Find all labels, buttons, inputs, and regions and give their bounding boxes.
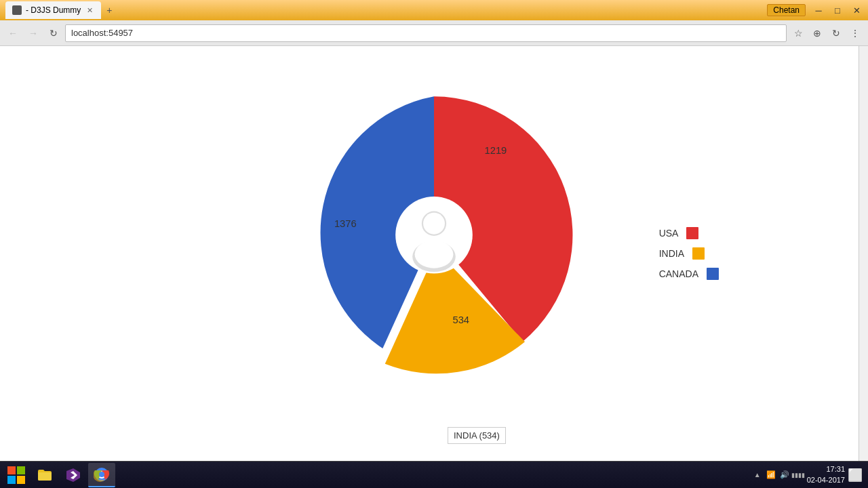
- taskbar-clock[interactable]: 17:31 02-04-2017: [807, 464, 845, 485]
- chart-tooltip: INDIA (534): [448, 427, 506, 444]
- bookmark-button[interactable]: ☆: [789, 24, 807, 42]
- date-display: 02-04-2017: [807, 475, 845, 485]
- svg-rect-4: [7, 466, 16, 474]
- svg-point-12: [99, 472, 104, 477]
- title-bar: - D3JS Dummy ✕ + Chetan ─ □ ✕: [0, 0, 868, 20]
- svg-rect-7: [17, 476, 25, 484]
- scrollbar[interactable]: [859, 46, 868, 461]
- tab-title: - D3JS Dummy: [26, 5, 81, 15]
- legend-box-india: [692, 247, 705, 260]
- title-bar-left: - D3JS Dummy ✕ +: [3, 1, 767, 19]
- page-content: 1219 534 1376 USA INDIA CANADA: [0, 46, 868, 461]
- refresh-button[interactable]: ↻: [45, 24, 62, 42]
- battery-icon: ▮▮▮▮: [792, 469, 804, 481]
- time-display: 17:31: [807, 464, 845, 474]
- taskbar-visual-studio[interactable]: [60, 463, 87, 487]
- back-button[interactable]: ←: [4, 24, 22, 42]
- legend-item-usa: USA: [659, 227, 719, 239]
- tab-favicon: [12, 5, 22, 15]
- legend-label-canada: CANADA: [659, 268, 698, 279]
- taskbar: ▲ 📶 🔊 ▮▮▮▮ 17:31 02-04-2017 ⬜: [0, 461, 868, 488]
- tooltip-text: INDIA (534): [454, 430, 500, 441]
- sync-button[interactable]: ↻: [827, 24, 845, 42]
- menu-button[interactable]: ⋮: [846, 24, 864, 42]
- usa-label: 1219: [484, 145, 507, 156]
- chart-legend: USA INDIA CANADA: [659, 227, 719, 280]
- taskbar-chrome[interactable]: [88, 463, 115, 487]
- canada-label: 1376: [334, 218, 357, 229]
- legend-label-usa: USA: [659, 228, 679, 239]
- tab-close-button[interactable]: ✕: [85, 5, 94, 15]
- legend-label-india: INDIA: [659, 248, 684, 259]
- toolbar-icon-buttons: ☆ ⊕ ↻ ⋮: [789, 24, 864, 42]
- toolbar: ← → ↻ localhost:54957 ☆ ⊕ ↻ ⋮: [0, 20, 868, 46]
- svg-rect-5: [17, 466, 25, 474]
- folder-icon: [37, 467, 53, 483]
- browser-tab[interactable]: - D3JS Dummy ✕: [5, 1, 101, 19]
- browser-window: - D3JS Dummy ✕ + Chetan ─ □ ✕ ← → ↻ loca…: [0, 0, 868, 488]
- minimize-button[interactable]: ─: [810, 3, 827, 18]
- legend-box-canada: [707, 268, 719, 280]
- taskbar-right: ▲ 📶 🔊 ▮▮▮▮ 17:31 02-04-2017 ⬜: [751, 464, 865, 485]
- forward-button[interactable]: →: [24, 24, 42, 42]
- address-text: localhost:54957: [71, 28, 781, 38]
- network-icon[interactable]: 📶: [765, 469, 777, 481]
- windows-logo: [7, 466, 26, 485]
- show-hidden-icons[interactable]: ▲: [751, 469, 764, 481]
- start-button[interactable]: [3, 463, 30, 487]
- legend-box-usa: [686, 227, 698, 239]
- svg-rect-6: [7, 476, 16, 484]
- pie-chart-svg: 1219 534 1376: [264, 66, 604, 405]
- legend-item-india: INDIA: [659, 247, 719, 260]
- chart-container: 1219 534 1376: [264, 66, 604, 407]
- svg-point-3: [415, 241, 454, 268]
- maximize-button[interactable]: □: [829, 3, 846, 18]
- address-bar[interactable]: localhost:54957: [65, 24, 787, 42]
- system-tray-icons: ▲ 📶 🔊 ▮▮▮▮: [751, 469, 804, 481]
- user-label: Chetan: [767, 4, 806, 16]
- new-tab-button[interactable]: +: [101, 3, 117, 18]
- visual-studio-icon: [65, 467, 81, 483]
- legend-item-canada: CANADA: [659, 268, 719, 280]
- svg-point-2: [423, 213, 445, 235]
- india-value-label: 534: [452, 314, 469, 325]
- reader-mode-button[interactable]: ⊕: [808, 24, 826, 42]
- title-bar-controls: Chetan ─ □ ✕: [767, 3, 865, 18]
- chrome-icon: [94, 466, 110, 483]
- notifications-button[interactable]: ⬜: [848, 468, 863, 483]
- volume-icon[interactable]: 🔊: [778, 469, 791, 481]
- close-button[interactable]: ✕: [848, 3, 865, 18]
- taskbar-file-explorer[interactable]: [31, 463, 58, 487]
- svg-marker-8: [66, 468, 80, 482]
